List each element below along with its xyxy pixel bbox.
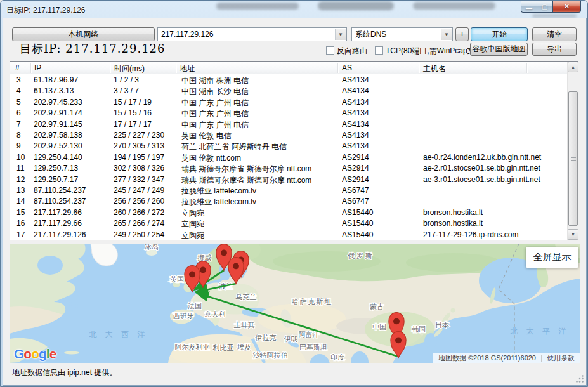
status-text: 地址数据信息由 ipip.net 提供。 — [12, 367, 117, 378]
map-country-label: 西班牙 — [173, 312, 194, 320]
column-header-host[interactable]: 主机名 — [423, 63, 446, 74]
cell-time: 249 / 250 / 254 — [114, 230, 178, 239]
cell-time: 3 / 3 / 7 — [114, 86, 178, 95]
google-logo-letter: o — [31, 346, 39, 361]
table-row[interactable]: 461.137.3.133 / 3 / 7中国 湖南 长沙 电信AS4134 — [10, 85, 556, 96]
target-ip-value: 217.117.29.126 — [161, 30, 214, 39]
maximize-button[interactable]: ▢ — [537, 1, 552, 13]
table-row[interactable]: 17217.117.29.126249 / 250 / 254立陶宛AS1544… — [10, 229, 556, 240]
table-row[interactable]: 9202.97.52.130270 / 305 / 313荷兰 北荷兰省 阿姆斯… — [10, 140, 556, 152]
table-row[interactable]: 15217.117.29.66260 / 266 / 272立陶宛AS15440… — [10, 207, 556, 218]
table-row[interactable]: 10129.250.4.140194 / 195 / 197英国 伦敦 ntt.… — [10, 152, 556, 163]
cell-as: AS4134 — [342, 108, 419, 117]
column-header-time[interactable]: 时间(ms) — [114, 63, 145, 74]
table-row[interactable]: 7202.97.91.14517 / 17 / 17中国 广东 广州 电信AS4… — [10, 119, 556, 130]
resize-grip[interactable] — [576, 375, 584, 383]
chevron-down-icon[interactable]: ▼ — [335, 29, 346, 40]
map-country-label: 埃及 — [237, 343, 251, 351]
reverse-route-checkbox[interactable] — [326, 46, 334, 55]
google-cn-map-label: 谷歌中国版地图 — [473, 44, 526, 55]
dns-combobox[interactable]: 系统DNS ▼ — [351, 27, 453, 41]
scrollbar-thumb[interactable] — [568, 91, 578, 226]
fullscreen-label: 全屏显示 — [533, 251, 572, 263]
table-row[interactable]: 11129.250.7.13302 / 308 / 326瑞典 斯德哥尔摩省 斯… — [10, 162, 556, 174]
table-row[interactable]: 361.187.96.971 / 2 / 3中国 湖南 株洲 电信AS4134 — [10, 74, 556, 86]
minimize-button[interactable]: — — [521, 1, 537, 13]
cell-hop: 9 — [16, 141, 33, 150]
cell-as: AS15440 — [342, 219, 419, 228]
cell-ip: 217.117.29.126 — [34, 230, 111, 239]
titlebar-smudge — [216, 3, 299, 10]
table-row[interactable]: 1487.110.254.237256 / 256 / 260拉脱维亚 latt… — [10, 195, 556, 207]
map-country-label: 法国 — [187, 302, 202, 310]
map-country-label: 蒙古 — [370, 303, 384, 310]
minimize-icon: — — [526, 5, 532, 12]
cell-ip: 129.250.7.13 — [34, 164, 111, 173]
export-button[interactable]: 导出 — [532, 43, 577, 56]
cell-ip: 202.97.52.130 — [34, 141, 111, 150]
chevron-down-icon[interactable]: ▼ — [441, 29, 452, 40]
table-row[interactable]: 8202.97.58.138225 / 227 / 230英国 伦敦 电信AS4… — [10, 129, 556, 141]
column-header-ip[interactable]: IP — [34, 63, 41, 72]
trace-table: # IP 时间(ms) 地址 AS 主机名 361.187.96.971 / 2… — [10, 61, 578, 240]
vertical-scrollbar[interactable]: ▲ ▼ — [567, 62, 578, 240]
map-ocean-label: 北 太 平 洋 — [510, 327, 569, 336]
table-row[interactable]: 5202.97.45.23315 / 17 / 19中国 广东 广州 电信AS4… — [10, 96, 556, 108]
table-row[interactable]: 12129.250.7.17277 / 332 / 347瑞典 斯德哥尔摩省 斯… — [10, 174, 556, 185]
google-logo-letter: e — [49, 346, 56, 361]
column-separator — [30, 63, 31, 73]
start-button[interactable]: 开始 — [471, 27, 528, 41]
cell-hop: 6 — [16, 108, 33, 117]
target-ip-combobox[interactable]: 217.117.29.126 ▼ — [157, 27, 347, 41]
column-header-addr[interactable]: 地址 — [180, 63, 195, 74]
cell-ip: 202.97.45.233 — [34, 98, 111, 107]
tcp-checkbox[interactable] — [375, 46, 383, 55]
cell-as: AS15440 — [342, 230, 419, 239]
cell-ip: 202.97.91.174 — [34, 108, 111, 117]
cell-hop: 15 — [16, 208, 33, 217]
target-ip-heading: 目标IP: 217.117.29.126 — [20, 41, 166, 56]
add-target-button[interactable]: + — [455, 27, 469, 41]
map-country-label: 意大利 — [205, 310, 226, 318]
clear-button[interactable]: 清空 — [532, 27, 577, 41]
scroll-down-button[interactable]: ▼ — [568, 229, 578, 240]
column-header-as[interactable]: AS — [342, 63, 352, 72]
titlebar-smudge — [413, 2, 495, 10]
local-network-button[interactable]: 本机网络 — [12, 27, 155, 41]
google-logo-letter: G — [14, 346, 23, 361]
column-header-hop[interactable]: # — [15, 63, 20, 72]
map-country-label: 伊拉克 — [255, 334, 277, 341]
add-icon: + — [460, 30, 464, 39]
cell-as: AS4134 — [342, 75, 419, 84]
column-separator — [419, 63, 419, 73]
scroll-up-button[interactable]: ▲ — [568, 62, 578, 72]
column-separator — [526, 63, 527, 73]
cell-hop: 3 — [16, 75, 33, 84]
map-country-label: 利比亚 — [213, 344, 234, 351]
google-cn-map-button[interactable]: 谷歌中国版地图 — [470, 43, 528, 56]
cell-as: AS15440 — [342, 208, 419, 217]
map-country-label: 伊朗 — [284, 335, 298, 343]
map-country-label: 乌克兰 — [235, 293, 257, 301]
app-window: 目标IP: 217.117.29.126 — ▢ ✕ 本机网络 217.117.… — [0, 0, 588, 387]
table-row[interactable]: 16217.117.29.66265 / 266 / 274立陶宛AS15440… — [10, 218, 556, 229]
fullscreen-button[interactable]: 全屏显示 — [526, 247, 578, 268]
google-logo-letter: g — [39, 346, 46, 361]
table-row[interactable]: 1387.110.254.237245 / 247 / 249拉脱维亚 latt… — [10, 185, 556, 196]
cell-time: 15 / 15 / 16 — [114, 108, 178, 117]
google-logo[interactable]: Google — [14, 346, 56, 362]
map-country-label: 中国 — [372, 323, 386, 331]
cell-hop: 14 — [16, 197, 33, 206]
cell-time: 270 / 305 / 313 — [114, 141, 178, 150]
cell-hostname: ae-2.r01.stocse01.se.bb.gin.ntt.net — [423, 164, 566, 173]
table-row[interactable]: 6202.97.91.17415 / 15 / 16中国 广东 广州 电信AS4… — [10, 107, 556, 119]
cell-as: AS4134 — [342, 131, 419, 140]
cell-hop: 4 — [16, 86, 33, 95]
close-button[interactable]: ✕ — [552, 1, 581, 13]
titlebar-smudge — [532, 14, 577, 18]
route-map[interactable]: 冰岛挪威俄罗斯英国波兰乌克兰哈萨克斯坦蒙古法国西班牙意大利土耳其伊拉克伊朗阿富汗… — [10, 244, 580, 363]
terms-link[interactable]: 使用条款 — [542, 353, 580, 363]
cell-time: 277 / 332 / 347 — [114, 175, 178, 184]
map-attribution-bar: 地图数据 ©2018 GS(2011)6020 使用条款 — [433, 353, 580, 363]
cell-hop: 5 — [16, 98, 33, 107]
